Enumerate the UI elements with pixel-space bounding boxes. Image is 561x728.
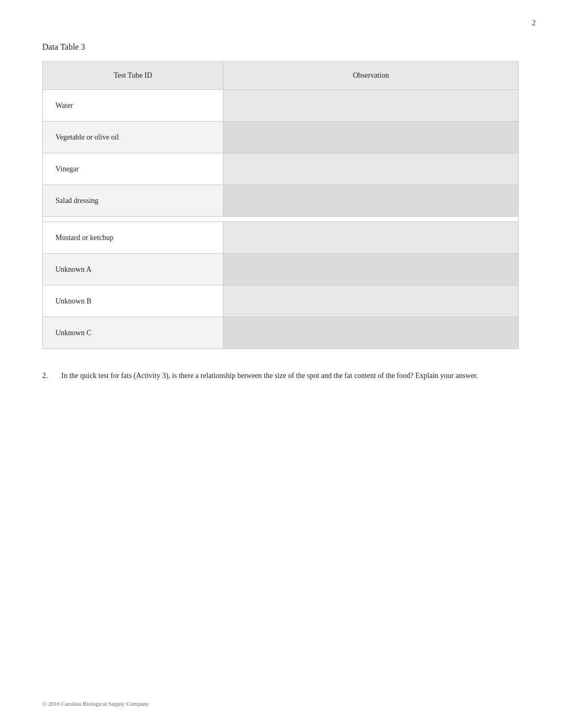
header-observation: Observation	[223, 62, 519, 90]
table-row: Salad dressing	[43, 185, 519, 217]
table-row: Unknown B	[43, 285, 519, 317]
spacer-row	[43, 217, 519, 222]
table-row: Vinegar	[43, 153, 519, 185]
question-text: In the quick test for fats (Activity 3),…	[61, 370, 519, 382]
page-number: 2	[532, 19, 536, 27]
cell-water-id: Water	[43, 90, 223, 122]
table-row: Unknown A	[43, 254, 519, 285]
cell-mustard-id: Mustard or ketchup	[43, 222, 223, 254]
table-row: Water	[43, 90, 519, 122]
cell-salad-obs	[223, 185, 519, 217]
cell-water-obs	[223, 90, 519, 122]
footer-text: © 2016 Carolina Biological Supply Compan…	[42, 701, 149, 707]
question-number: 2.	[42, 370, 57, 382]
table-header-row: Test Tube ID Observation	[43, 62, 519, 90]
cell-vinegar-id: Vinegar	[43, 153, 223, 185]
table-title: Data Table 3	[42, 42, 519, 52]
cell-unknowna-id: Unknown A	[43, 254, 223, 285]
cell-unknownb-obs	[223, 285, 519, 317]
question-item: 2. In the quick test for fats (Activity …	[42, 370, 519, 382]
cell-unknowna-obs	[223, 254, 519, 285]
table-row: Mustard or ketchup	[43, 222, 519, 254]
table-row: Vegetable or olive oil	[43, 122, 519, 153]
header-test-tube-id: Test Tube ID	[43, 62, 223, 90]
cell-unknownb-id: Unknown B	[43, 285, 223, 317]
question-section: 2. In the quick test for fats (Activity …	[42, 370, 519, 382]
cell-vinegar-obs	[223, 153, 519, 185]
cell-unknownc-id: Unknown C	[43, 317, 223, 349]
cell-salad-id: Salad dressing	[43, 185, 223, 217]
data-table: Test Tube ID Observation Water Vegetable…	[42, 61, 519, 349]
cell-mustard-obs	[223, 222, 519, 254]
cell-oil-obs	[223, 122, 519, 153]
table-row: Unknown C	[43, 317, 519, 349]
cell-oil-id: Vegetable or olive oil	[43, 122, 223, 153]
cell-unknownc-obs	[223, 317, 519, 349]
